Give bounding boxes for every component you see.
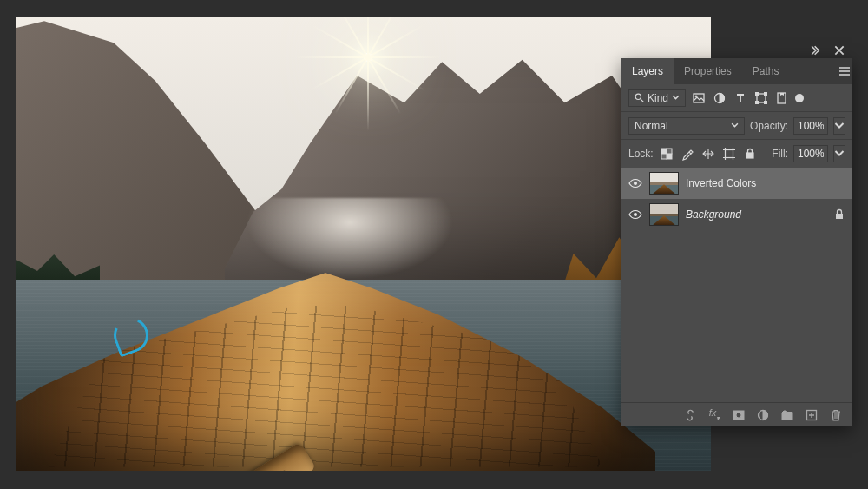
visibility-toggle-icon[interactable] xyxy=(628,176,642,190)
visibility-toggle-icon[interactable] xyxy=(628,208,642,221)
fill-input[interactable] xyxy=(793,145,828,162)
opacity-label: Opacity: xyxy=(750,120,788,132)
tab-paths[interactable]: Paths xyxy=(742,58,790,84)
lock-all-icon[interactable] xyxy=(742,146,758,162)
opacity-input[interactable] xyxy=(793,117,828,135)
layer-thumbnail[interactable] xyxy=(649,203,679,226)
snow-patch xyxy=(246,198,454,280)
add-mask-icon[interactable] xyxy=(731,407,746,423)
layers-bottom-toolbar: fx▾ xyxy=(621,402,852,426)
panel-tabs: Layers Properties Paths xyxy=(621,58,852,84)
svg-rect-13 xyxy=(661,154,667,159)
lock-icon[interactable] xyxy=(833,208,845,221)
tab-layers[interactable]: Layers xyxy=(621,58,674,84)
svg-point-0 xyxy=(635,94,641,99)
svg-rect-10 xyxy=(661,149,667,154)
chevron-down-icon xyxy=(731,120,739,132)
svg-rect-8 xyxy=(765,101,767,103)
blend-mode-value: Normal xyxy=(635,120,668,132)
layer-fx-icon[interactable]: fx▾ xyxy=(707,407,722,423)
svg-point-16 xyxy=(634,182,637,185)
delete-layer-icon[interactable] xyxy=(828,407,844,423)
lock-artboard-icon[interactable] xyxy=(721,146,737,162)
opacity-stepper[interactable] xyxy=(833,117,845,135)
svg-rect-1 xyxy=(694,94,704,102)
filter-pixel-icon[interactable] xyxy=(691,90,707,106)
lock-position-icon[interactable] xyxy=(700,146,716,162)
filter-shape-icon[interactable] xyxy=(753,90,769,106)
new-layer-icon[interactable] xyxy=(804,407,819,423)
filter-kind-select[interactable]: Kind xyxy=(628,89,686,107)
filter-adjust-icon[interactable] xyxy=(712,90,727,106)
filter-type-icon[interactable] xyxy=(733,90,748,106)
lock-label: Lock: xyxy=(628,148,654,160)
fill-label: Fill: xyxy=(772,148,788,160)
document-canvas[interactable] xyxy=(16,17,711,471)
layer-row[interactable]: Background xyxy=(621,199,852,230)
panel-menu-icon[interactable] xyxy=(837,63,852,79)
svg-point-17 xyxy=(634,213,637,216)
blend-mode-select[interactable]: Normal xyxy=(628,117,745,135)
fill-stepper[interactable] xyxy=(833,145,845,162)
filter-kind-label: Kind xyxy=(648,92,668,104)
filter-smart-icon[interactable] xyxy=(774,90,790,106)
layers-panel: Layers Properties Paths Kind xyxy=(621,58,852,426)
svg-rect-12 xyxy=(667,149,672,154)
lock-transparency-icon[interactable] xyxy=(659,146,674,162)
svg-rect-5 xyxy=(756,92,759,95)
layer-row[interactable]: Inverted Colors xyxy=(621,168,852,199)
svg-rect-14 xyxy=(725,150,733,158)
tab-properties[interactable]: Properties xyxy=(674,58,742,84)
layer-name[interactable]: Background xyxy=(686,208,826,221)
svg-point-20 xyxy=(736,413,741,418)
search-icon xyxy=(635,93,644,102)
layer-thumbnail[interactable] xyxy=(649,172,679,195)
svg-rect-6 xyxy=(765,92,767,95)
lock-paint-icon[interactable] xyxy=(680,146,695,162)
sun-flare xyxy=(364,53,372,62)
svg-rect-11 xyxy=(667,154,672,159)
svg-rect-18 xyxy=(836,214,843,219)
layer-name[interactable]: Inverted Colors xyxy=(686,177,845,189)
panel-close-icon[interactable] xyxy=(832,43,847,58)
svg-rect-7 xyxy=(756,101,759,103)
chevron-down-icon xyxy=(672,92,680,104)
layers-list: Inverted Colors Background xyxy=(621,168,852,402)
adjustment-layer-icon[interactable] xyxy=(755,407,771,423)
layer-filter-row: Kind xyxy=(621,84,852,112)
filter-toggle-icon[interactable] xyxy=(795,94,804,102)
lock-row: Lock: Fill: xyxy=(621,140,852,168)
link-layers-icon[interactable] xyxy=(682,407,698,423)
svg-rect-15 xyxy=(746,153,753,158)
group-layers-icon[interactable] xyxy=(779,407,795,423)
panel-collapse-icon[interactable] xyxy=(809,43,825,58)
blend-row: Normal Opacity: xyxy=(621,112,852,140)
